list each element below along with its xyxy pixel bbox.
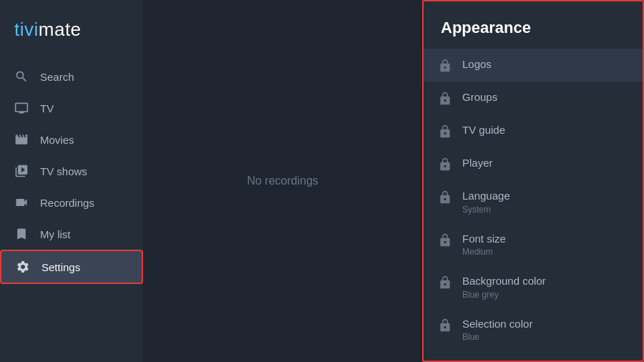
app-logo: tivimate xyxy=(0,11,143,55)
lock-icon-fontsize xyxy=(438,233,452,248)
settings-item-bgcolor-label: Background color xyxy=(462,274,628,288)
settings-item-tvguide-content: TV guide xyxy=(462,123,628,137)
logo-normal: mate xyxy=(39,19,82,40)
settings-icon xyxy=(16,260,30,274)
lock-icon-groups xyxy=(438,92,452,106)
logo-accent: tivi xyxy=(14,19,39,40)
settings-item-player[interactable]: Player xyxy=(424,147,643,180)
sidebar-item-movies[interactable]: Movies xyxy=(0,124,143,155)
sidebar-item-recordings-label: Recordings xyxy=(40,197,94,209)
settings-item-groups[interactable]: Groups xyxy=(424,82,643,114)
recordings-icon xyxy=(14,195,29,210)
sidebar-item-recordings[interactable]: Recordings xyxy=(0,187,143,218)
sidebar-item-settings[interactable]: Settings xyxy=(0,250,143,284)
lock-icon-bgcolor xyxy=(438,275,452,290)
main-content: No recordings xyxy=(143,0,422,362)
settings-item-selcolor-content: Selection color Blue xyxy=(462,317,628,343)
settings-item-fontsize-sublabel: Medium xyxy=(462,247,628,257)
settings-item-logos-label: Logos xyxy=(462,57,628,72)
settings-item-bgcolor[interactable]: Background color Blue grey xyxy=(424,265,643,308)
settings-item-logos[interactable]: Logos xyxy=(424,49,643,82)
settings-item-fontsize-content: Font size Medium xyxy=(462,232,628,258)
sidebar-item-mylist[interactable]: My list xyxy=(0,218,143,250)
tv-icon xyxy=(14,101,29,115)
lock-icon-player xyxy=(438,157,452,172)
settings-item-logos-content: Logos xyxy=(462,57,628,72)
sidebar: tivimate Search TV Movies TV shows Recor… xyxy=(0,0,143,362)
settings-item-language-label: Language xyxy=(462,189,628,203)
lock-icon-selcolor xyxy=(438,318,452,333)
lock-icon-tvguide xyxy=(438,124,452,139)
settings-item-language-sublabel: System xyxy=(462,205,628,215)
search-icon xyxy=(14,69,29,84)
lock-icon-logos xyxy=(438,59,452,73)
sidebar-item-search-label: Search xyxy=(40,71,74,83)
appearance-panel: Appearance Logos Groups TV guide Player xyxy=(422,0,644,362)
sidebar-item-tv-label: TV xyxy=(40,102,54,114)
lock-icon-language xyxy=(438,190,452,205)
settings-item-player-label: Player xyxy=(462,156,628,170)
sidebar-item-search[interactable]: Search xyxy=(0,61,143,92)
sidebar-item-mylist-label: My list xyxy=(40,228,71,240)
settings-item-fontsize-label: Font size xyxy=(462,232,628,246)
sidebar-item-tv[interactable]: TV xyxy=(0,92,143,124)
mylist-icon xyxy=(14,227,29,241)
sidebar-item-tvshows[interactable]: TV shows xyxy=(0,155,143,187)
settings-item-player-content: Player xyxy=(462,156,628,170)
empty-message: No recordings xyxy=(247,175,318,187)
settings-item-bgcolor-content: Background color Blue grey xyxy=(462,274,628,300)
sidebar-item-settings-label: Settings xyxy=(42,261,80,273)
logo-text: tivimate xyxy=(14,19,82,40)
tvshows-icon xyxy=(14,164,29,178)
settings-item-bgcolor-sublabel: Blue grey xyxy=(462,290,628,300)
sidebar-item-tvshows-label: TV shows xyxy=(40,165,87,177)
movies-icon xyxy=(14,132,29,147)
settings-item-selcolor-label: Selection color xyxy=(462,317,628,331)
settings-item-groups-label: Groups xyxy=(462,90,628,104)
settings-item-selcolor-sublabel: Blue xyxy=(462,332,628,342)
settings-item-tvguide-label: TV guide xyxy=(462,123,628,137)
settings-item-selcolor[interactable]: Selection color Blue xyxy=(424,308,643,351)
settings-item-tvguide[interactable]: TV guide xyxy=(424,114,643,147)
appearance-title: Appearance xyxy=(424,1,643,49)
settings-item-language-content: Language System xyxy=(462,189,628,215)
settings-item-fontsize[interactable]: Font size Medium xyxy=(424,223,643,266)
settings-item-language[interactable]: Language System xyxy=(424,180,643,223)
sidebar-item-movies-label: Movies xyxy=(40,134,74,146)
settings-item-groups-content: Groups xyxy=(462,90,628,104)
